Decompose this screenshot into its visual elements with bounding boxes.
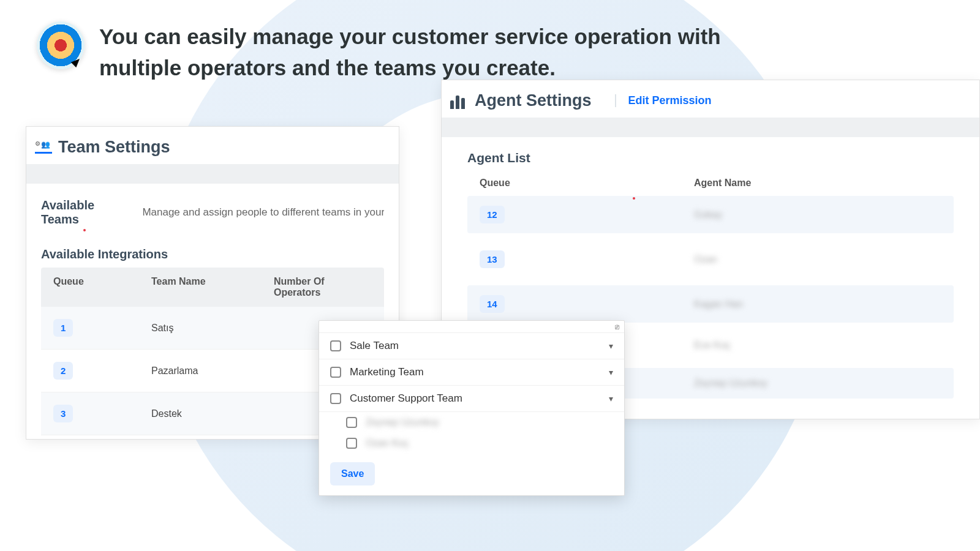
team-panel-titlebar: Team Settings (26, 127, 399, 164)
available-teams-label[interactable]: Available Teams (41, 198, 125, 227)
checkbox[interactable] (330, 367, 341, 378)
queue-badge: 13 (480, 250, 505, 268)
team-settings-title: Team Settings (58, 138, 170, 157)
agent-name-cell: Ece Koç (694, 340, 941, 351)
agent-name-cell: Gokay (694, 209, 941, 220)
agent-table-header: Queue Agent Name (467, 171, 954, 196)
chevron-down-icon[interactable]: ▾ (609, 367, 613, 377)
agent-name-cell: Zeynep Uzunkoy (694, 378, 941, 389)
chevron-down-icon[interactable]: ▾ (609, 341, 613, 351)
available-teams-row: Available Teams Manage and assign people… (41, 184, 384, 231)
dropdown-label: Sale Team (350, 340, 399, 352)
dropdown-subitem[interactable]: Zeynep Uzunkoy (319, 412, 624, 433)
checkbox[interactable] (346, 438, 357, 449)
team-name-cell: Satış (151, 323, 274, 334)
chevron-down-icon[interactable]: ▾ (609, 394, 613, 403)
team-icon (35, 141, 52, 154)
col-queue: Queue (53, 276, 151, 298)
queue-badge: 14 (480, 295, 505, 313)
checkbox[interactable] (346, 417, 357, 428)
indicator-dot (83, 229, 86, 231)
target-icon (37, 21, 85, 69)
queue-badge: 3 (53, 405, 73, 422)
team-divider (26, 164, 399, 184)
dropdown-item-support[interactable]: Customer Support Team ▾ (319, 386, 624, 412)
queue-badge: 1 (53, 319, 73, 337)
dropdown-item-sale[interactable]: Sale Team ▾ (319, 333, 624, 359)
available-teams-text: Available Teams (41, 198, 94, 226)
save-button[interactable]: Save (330, 462, 375, 485)
available-teams-desc: Manage and assign people to different te… (142, 206, 384, 219)
agent-name-cell: Kagan Han (694, 299, 941, 310)
agent-row[interactable]: 13 Ozan (467, 241, 954, 278)
agent-name-cell: Ozan (694, 254, 941, 265)
queue-badge: 12 (480, 206, 505, 223)
queue-badge: 2 (53, 362, 73, 380)
agent-row[interactable]: 14 Kagan Han (467, 285, 954, 323)
team-table-header: Queue Team Name Number Of Operators (41, 268, 384, 307)
dropdown-header: ⎚ (319, 321, 624, 333)
agent-divider (442, 118, 979, 137)
available-integrations-title: Available Integrations (41, 247, 384, 261)
team-name-cell: Destek (151, 408, 274, 419)
indicator-dot (633, 197, 635, 200)
team-name-cell: Pazarlama (151, 365, 274, 377)
dropdown-label: Customer Support Team (350, 392, 462, 405)
col-team-name: Team Name (151, 276, 274, 298)
team-assign-dropdown: ⎚ Sale Team ▾ Marketing Team ▾ Customer … (318, 320, 625, 496)
dropdown-label: Marketing Team (350, 366, 424, 378)
dropdown-subitem[interactable]: Ozan Koç (319, 433, 624, 454)
checkbox[interactable] (330, 393, 341, 404)
dropdown-item-marketing[interactable]: Marketing Team ▾ (319, 359, 624, 386)
agent-list-title: Agent List (467, 151, 954, 165)
dropdown-sublabel: Zeynep Uzunkoy (366, 417, 439, 428)
page-header: You can easily manage your customer serv… (0, 0, 980, 96)
header-text: You can easily manage your customer serv… (99, 21, 773, 84)
dropdown-sublabel: Ozan Koç (366, 438, 409, 449)
checkbox[interactable] (330, 340, 341, 351)
edit-permission-link[interactable]: Edit Permission (615, 94, 712, 107)
toggle-icon[interactable]: ⎚ (615, 323, 619, 331)
acol-queue: Queue (480, 178, 694, 189)
col-operators: Number Of Operators (274, 276, 372, 298)
acol-agent-name: Agent Name (694, 178, 941, 189)
agent-row[interactable]: 12 Gokay (467, 196, 954, 233)
